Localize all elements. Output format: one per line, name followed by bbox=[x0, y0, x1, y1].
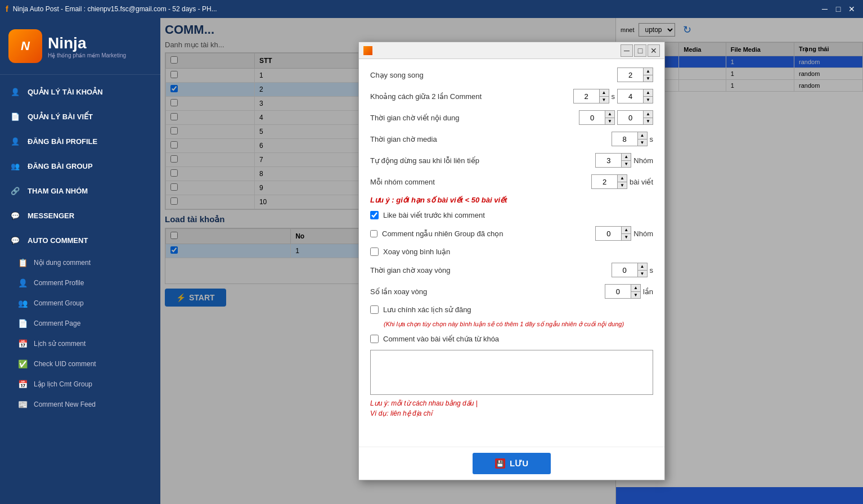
close-button[interactable]: ✕ bbox=[846, 3, 857, 15]
spinbox-up-btn[interactable]: ▲ bbox=[644, 89, 653, 96]
spinbox-up-btn[interactable]: ▲ bbox=[622, 227, 631, 233]
moi-nhom-input[interactable] bbox=[592, 175, 617, 188]
like-bai-viet-checkbox[interactable] bbox=[370, 211, 379, 219]
sidebar-item-quan-ly-tai-khoan[interactable]: 👤 QUẢN LÝ TÀI KHOẢN bbox=[0, 79, 160, 104]
xoay-vong-checkbox[interactable] bbox=[370, 248, 379, 256]
tu-dong-unit: Nhóm bbox=[633, 156, 653, 165]
comment-group-icon: 👥 bbox=[17, 298, 28, 309]
sidebar-item-auto-comment[interactable]: 💬 AUTO COMMENT bbox=[0, 228, 160, 253]
keyword-note1: Lưu ý: mỗi từ cách nhau bằng dấu | bbox=[370, 399, 653, 407]
title-bar-controls: ─ □ ✕ bbox=[819, 3, 857, 15]
title-bar: f Ninja Auto Post - Email : chienpv15.fs… bbox=[0, 0, 863, 18]
sidebar-subitem-comment-group[interactable]: 👥 Comment Group bbox=[0, 293, 160, 313]
spinbox-down-btn[interactable]: ▼ bbox=[644, 75, 653, 82]
spinbox-down-btn[interactable]: ▼ bbox=[638, 270, 647, 277]
tu-dong-input[interactable] bbox=[596, 154, 621, 167]
thoi-gian-cho-viet-control: ▲ ▼ ▲ ▼ bbox=[579, 110, 653, 125]
sidebar-subitem-check-uid-comment[interactable]: ✅ Check UID comment bbox=[0, 354, 160, 374]
spinbox-down-btn[interactable]: ▼ bbox=[631, 291, 640, 299]
sidebar-item-dang-bai-group[interactable]: 👥 ĐĂNG BÀI GROUP bbox=[0, 154, 160, 178]
ngau-nhien-input[interactable] bbox=[596, 227, 621, 240]
xoay-vong-label: Xoay vòng bình luận bbox=[383, 248, 450, 256]
minimize-button[interactable]: ─ bbox=[819, 3, 830, 15]
sidebar-subitem-lap-lich-cmt-group[interactable]: 📅 Lập lịch Cmt Group bbox=[0, 374, 160, 394]
thoi-gian-input2[interactable] bbox=[618, 111, 643, 124]
sidebar: N Ninja Hệ thống phần mềm Marketing 👤 QU… bbox=[0, 18, 160, 504]
sidebar-subitem-comment-profile[interactable]: 👤 Comment Profile bbox=[0, 273, 160, 293]
thoi-gian-cho-media-row: Thời gian chờ media ▲ ▼ s bbox=[370, 132, 653, 146]
tu-dong-dung-label: Tự động dừng sau khi lỗi liên tiếp bbox=[370, 156, 591, 165]
modal-maximize-button[interactable]: □ bbox=[634, 44, 646, 57]
chay-song-song-row: Chạy song song ▲ ▼ bbox=[370, 68, 653, 82]
chay-song-song-control: ▲ ▼ bbox=[617, 68, 653, 82]
sidebar-subitem-lich-su-comment[interactable]: 📅 Lịch sử comment bbox=[0, 334, 160, 354]
spinbox-up-btn[interactable]: ▲ bbox=[638, 263, 647, 270]
sidebar-item-tham-gia-nhom[interactable]: 🔗 THAM GIA NHÓM bbox=[0, 178, 160, 203]
thoi-gian-cho-viet-label: Thời gian chờ viết nội dung bbox=[370, 114, 574, 122]
media-unit: s bbox=[650, 135, 654, 143]
save-label: LƯU bbox=[510, 458, 528, 469]
modal-title-icon bbox=[363, 46, 372, 55]
spinbox-down-btn[interactable]: ▼ bbox=[638, 139, 647, 146]
spinbox-up-btn[interactable]: ▲ bbox=[644, 68, 653, 75]
content-area: N Ninja Hệ thống phần mềm Marketing 👤 QU… bbox=[0, 18, 863, 504]
so-lan-input[interactable] bbox=[605, 285, 631, 298]
khoang-cach-input1[interactable] bbox=[574, 89, 599, 103]
modal-close-button[interactable]: ✕ bbox=[648, 44, 660, 57]
sidebar-subitem-noi-dung-comment[interactable]: 📋 Nội dung comment bbox=[0, 253, 160, 273]
spinbox-down-btn[interactable]: ▼ bbox=[605, 118, 614, 125]
spinbox-down-btn[interactable]: ▼ bbox=[600, 96, 609, 104]
keyword-textarea[interactable] bbox=[370, 350, 653, 395]
spinbox-down-btn[interactable]: ▼ bbox=[644, 118, 653, 125]
spinbox-up-btn[interactable]: ▲ bbox=[605, 111, 614, 118]
comment-ngau-nhien-label: Comment ngẫu nhiên Group đã chọn bbox=[382, 230, 503, 238]
khoang-cach-unit1: s bbox=[612, 92, 615, 101]
comment-ngau-nhien-checkbox[interactable] bbox=[370, 230, 377, 237]
chay-song-song-input[interactable] bbox=[618, 68, 643, 82]
save-button[interactable]: 💾 LƯU bbox=[473, 453, 551, 474]
keyword-note2: Ví dụ: liên hệ địa chỉ bbox=[370, 410, 653, 417]
thoi-gian-xoay-vong-row: Thời gian chờ xoay vòng ▲ ▼ s bbox=[370, 263, 653, 277]
tu-dong-dung-row: Tự động dừng sau khi lỗi liên tiếp ▲ ▼ bbox=[370, 153, 653, 168]
spinbox-down-btn[interactable]: ▼ bbox=[644, 96, 653, 104]
modal-body: Chạy song song ▲ ▼ bbox=[359, 59, 664, 447]
media-spinbox: ▲ ▼ bbox=[612, 132, 648, 146]
title-bar-text: Ninja Auto Post - Email : chienpv15.fsc@… bbox=[13, 5, 217, 13]
sidebar-item-quan-ly-bai-viet[interactable]: 📄 QUẢN LÝ BÀI VIẾT bbox=[0, 104, 160, 129]
sidebar-subitem-comment-new-feed[interactable]: 📰 Comment New Feed bbox=[0, 394, 160, 415]
xoay-vong-input[interactable] bbox=[612, 263, 637, 277]
sidebar-item-messenger[interactable]: 💬 MESSENGER bbox=[0, 203, 160, 228]
spinbox-up-btn[interactable]: ▲ bbox=[638, 132, 647, 139]
sidebar-subitem-comment-page[interactable]: 📄 Comment Page bbox=[0, 313, 160, 334]
khoang-cach-input2[interactable] bbox=[618, 89, 643, 103]
comment-tu-khoa-checkbox[interactable] bbox=[370, 335, 379, 343]
note-random: (Khi lựa chọn tùy chọn này bình luận sẽ … bbox=[384, 321, 653, 328]
thoi-gian-input1[interactable] bbox=[579, 111, 605, 124]
sidebar-subitem-label: Comment Page bbox=[34, 320, 80, 327]
maximize-button[interactable]: □ bbox=[833, 3, 844, 15]
sidebar-item-dang-bai-profile[interactable]: 👤 ĐĂNG BÀI PROFILE bbox=[0, 129, 160, 154]
sidebar-subitem-label: Comment Profile bbox=[34, 279, 84, 287]
spinbox-down-btn[interactable]: ▼ bbox=[618, 182, 627, 189]
luu-chinh-xac-checkbox[interactable] bbox=[370, 305, 379, 314]
like-bai-viet-label: Like bài viết trước khi comment bbox=[383, 211, 485, 219]
spinbox-up-btn[interactable]: ▲ bbox=[644, 111, 653, 118]
spinbox-down-btn[interactable]: ▼ bbox=[622, 160, 631, 168]
media-input[interactable] bbox=[612, 132, 637, 146]
spinbox-up-btn[interactable]: ▲ bbox=[631, 285, 640, 291]
spinbox-up-btn[interactable]: ▲ bbox=[622, 154, 631, 160]
khoang-cach-label: Khoảng cách giữa 2 lần Comment bbox=[370, 92, 569, 101]
document-icon: 📄 bbox=[8, 110, 22, 123]
app-icon: f bbox=[6, 4, 8, 14]
sidebar-item-label: QUẢN LÝ TÀI KHOẢN bbox=[28, 88, 103, 96]
modal-footer: 💾 LƯU bbox=[359, 447, 664, 480]
modal-minimize-button[interactable]: ─ bbox=[621, 44, 633, 57]
spinbox-down-btn[interactable]: ▼ bbox=[622, 233, 631, 241]
like-bai-viet-row: Like bài viết trước khi comment bbox=[370, 211, 653, 219]
sidebar-item-label: MESSENGER bbox=[28, 212, 74, 220]
moi-nhom-unit: bài viết bbox=[630, 178, 653, 186]
spinbox-up-btn[interactable]: ▲ bbox=[600, 89, 609, 96]
sidebar-item-label: THAM GIA NHÓM bbox=[28, 187, 88, 195]
xoay-vong-unit: s bbox=[650, 266, 654, 274]
spinbox-up-btn[interactable]: ▲ bbox=[618, 175, 627, 182]
